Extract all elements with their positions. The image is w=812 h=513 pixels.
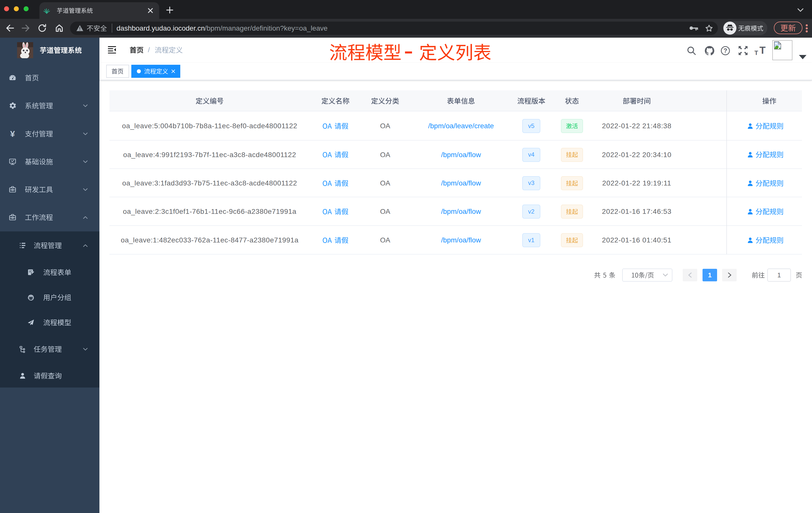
svg-text:?: ? [724, 47, 727, 54]
